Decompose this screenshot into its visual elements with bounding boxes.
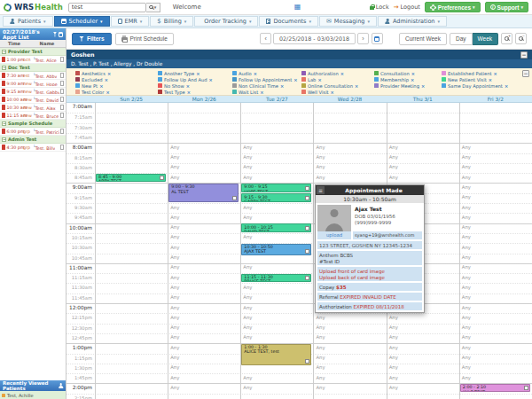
open-slot[interactable]: Any <box>462 305 471 310</box>
upload-card-front-link[interactable]: Upload front of card image <box>319 269 420 274</box>
open-slot[interactable]: Any <box>462 345 471 350</box>
open-slot[interactable]: Any <box>170 334 179 340</box>
open-slot[interactable]: Any <box>170 325 179 330</box>
remove-icon[interactable]: × <box>340 71 344 76</box>
appointment[interactable]: 1:00 - 1:30ALICE TEST, test <box>241 344 311 365</box>
nav-item-administration[interactable]: Administration▾ <box>378 16 447 27</box>
open-slot[interactable]: Any <box>316 345 325 350</box>
open-slot[interactable]: Any <box>462 224 471 230</box>
open-slot[interactable]: Any <box>462 154 471 160</box>
open-slot[interactable]: Any <box>462 145 471 150</box>
open-slot[interactable]: Any <box>389 375 398 380</box>
day-header-cell[interactable]: Mon 2/26 <box>168 96 240 102</box>
open-slot[interactable]: Any <box>243 315 252 320</box>
remove-icon[interactable]: × <box>187 90 191 95</box>
open-slot[interactable]: Any <box>170 245 179 250</box>
open-slot[interactable]: Any <box>243 234 252 239</box>
calendar-icon[interactable] <box>59 32 63 37</box>
appointment[interactable]: 2:00 - 2:10KYLE TEST <box>460 384 530 392</box>
open-slot[interactable]: Any <box>170 294 179 300</box>
remove-icon[interactable]: × <box>489 77 492 82</box>
open-slot[interactable]: Any <box>462 334 471 340</box>
open-slot[interactable]: Any <box>316 154 325 160</box>
open-slot[interactable]: Any <box>462 205 471 210</box>
open-slot[interactable]: Any <box>243 145 252 150</box>
open-slot[interactable]: Any <box>316 364 325 370</box>
open-slot[interactable]: Any <box>170 254 179 260</box>
open-slot[interactable]: Any <box>316 145 325 150</box>
open-slot[interactable]: Any <box>170 205 179 210</box>
patient-search-input[interactable] <box>68 3 146 12</box>
app-logo[interactable]: WRS Health <box>4 3 63 12</box>
open-slot[interactable]: Any <box>389 345 398 350</box>
nav-item-messaging[interactable]: ✉Messaging▾ <box>319 16 377 27</box>
open-slot[interactable]: Any <box>243 294 252 300</box>
recently-viewed-patient[interactable]: Test, Achille <box>0 391 66 399</box>
open-slot[interactable]: Any <box>389 315 398 320</box>
appt-list-item[interactable]: 10:00 amnew1Test, David <box>0 96 66 104</box>
open-slot[interactable]: Any <box>170 164 179 169</box>
open-slot[interactable]: Any <box>462 355 471 360</box>
day-header-cell[interactable]: Fri 3/2 <box>459 96 532 102</box>
open-slot[interactable]: Any <box>462 234 471 239</box>
filters-button[interactable]: Filters <box>72 33 112 45</box>
remove-icon[interactable]: × <box>355 83 358 89</box>
day-header-cell[interactable]: Tue 2/27 <box>240 96 313 102</box>
current-week-button[interactable]: Current Week <box>399 33 447 45</box>
appt-list-item[interactable]: 11:15 amnew1Test, Bruce <box>0 112 66 120</box>
open-slot[interactable]: Any <box>389 325 398 330</box>
open-slot[interactable]: Any <box>462 315 471 320</box>
open-slot[interactable]: Any <box>462 275 471 280</box>
open-slot[interactable]: Any <box>243 375 252 380</box>
open-slot[interactable]: Any <box>243 264 252 270</box>
appointment[interactable]: 10:00 - 10:15DAVID TEST <box>241 223 311 232</box>
appointment-popup[interactable]: ≡ Appointment Made 10:30am - 10:50am upl… <box>315 184 425 313</box>
remove-icon[interactable]: × <box>331 90 334 95</box>
open-slot[interactable]: Any <box>462 175 471 180</box>
week-view-button[interactable]: Week <box>473 33 499 45</box>
appointment[interactable]: 9:15 - 9:30GABBY TEST <box>241 193 311 202</box>
day-header-cell[interactable]: Wed 2/28 <box>313 96 386 102</box>
appt-list-item[interactable]: 7:30 amest1Test, Abby <box>0 72 66 80</box>
appt-list-item[interactable]: 6:00 pmgrp1Test, Patricia <box>0 128 66 136</box>
open-slot[interactable]: Any <box>462 375 471 380</box>
remove-icon[interactable]: × <box>411 71 415 76</box>
collapse-location-button[interactable]: − <box>520 51 528 59</box>
open-slot[interactable]: Any <box>243 205 252 210</box>
logout-button[interactable]: →Logout <box>394 4 420 11</box>
open-slot[interactable]: Any <box>170 145 179 150</box>
open-slot[interactable]: Any <box>316 355 325 360</box>
open-slot[interactable]: Any <box>389 364 398 370</box>
remove-icon[interactable]: × <box>196 71 200 76</box>
open-slot[interactable]: Any <box>243 164 252 169</box>
upload-photo-link[interactable]: upload <box>317 231 351 239</box>
appointment[interactable]: 9:00 - 9:15HOPE TEST <box>241 184 311 192</box>
open-slot[interactable]: Any <box>462 285 471 290</box>
open-slot[interactable]: Any <box>316 325 325 330</box>
app-badge-icon[interactable]: ▦ <box>294 4 301 11</box>
open-slot[interactable]: Any <box>170 215 179 220</box>
open-slot[interactable]: Any <box>462 164 471 169</box>
remove-icon[interactable]: × <box>280 83 284 89</box>
open-slot[interactable]: Any <box>170 264 179 270</box>
day-header-cell[interactable]: Sun 2/25 <box>95 96 168 102</box>
search-button[interactable]: ▾ <box>146 3 160 12</box>
open-slot[interactable]: Any <box>170 375 179 380</box>
open-slot[interactable]: Any <box>316 175 325 180</box>
open-slot[interactable]: Any <box>243 175 252 180</box>
appt-section-header[interactable]: −Provider Test <box>0 48 66 56</box>
appt-list-item[interactable]: 9:00 amnew1Test, Hope <box>0 80 66 88</box>
upload-card-back-link[interactable]: Upload back of card image <box>319 275 420 280</box>
prev-week-button[interactable]: ‹ <box>260 33 271 44</box>
appointment[interactable]: 11:15 - 11:30BRUCE TEST <box>241 274 311 283</box>
nav-item-billing[interactable]: $Billing▾ <box>150 16 193 27</box>
open-slot[interactable]: Any <box>389 334 398 340</box>
remove-icon[interactable]: × <box>505 83 508 89</box>
remove-icon[interactable]: × <box>254 71 257 76</box>
remove-icon[interactable]: × <box>260 90 263 95</box>
open-slot[interactable]: Any <box>316 385 325 390</box>
calendar-picker-button[interactable] <box>372 33 383 44</box>
remove-icon[interactable]: × <box>317 77 321 82</box>
appt-list-item[interactable]: 4:30 pmgrp1Test, Billy <box>0 144 66 152</box>
drag-handle-icon[interactable]: ≡ <box>317 186 325 194</box>
